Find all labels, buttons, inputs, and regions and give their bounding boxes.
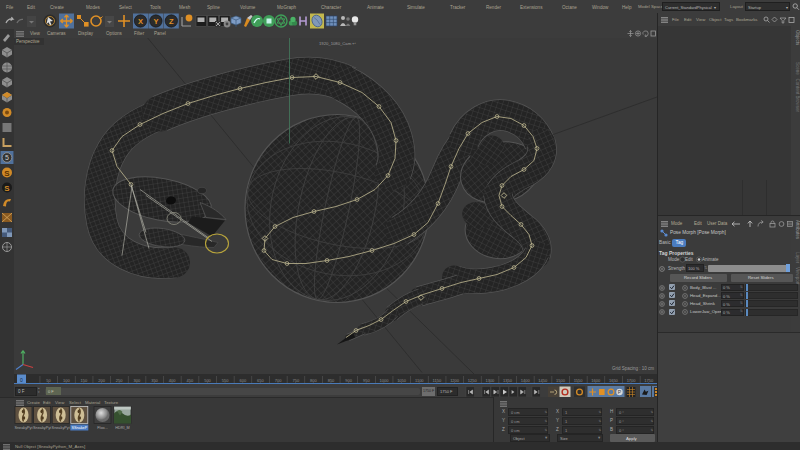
svg-text:X: X (138, 17, 143, 26)
svg-text:SSnakeP: SSnakeP (71, 426, 87, 430)
svg-text:Y: Y (153, 17, 158, 26)
svg-text:S: S (4, 184, 10, 193)
svg-text:5: 5 (5, 154, 9, 161)
svg-text:HDRI_M: HDRI_M (115, 426, 130, 430)
svg-text:SneakyPyt: SneakyPyt (14, 426, 33, 430)
svg-text:Floo...: Floo... (97, 426, 108, 430)
svg-text:SneakyPyt: SneakyPyt (52, 426, 71, 430)
svg-text:S: S (4, 169, 10, 178)
svg-text:SneakyPyt: SneakyPyt (33, 426, 52, 430)
svg-text:Z: Z (169, 17, 174, 26)
